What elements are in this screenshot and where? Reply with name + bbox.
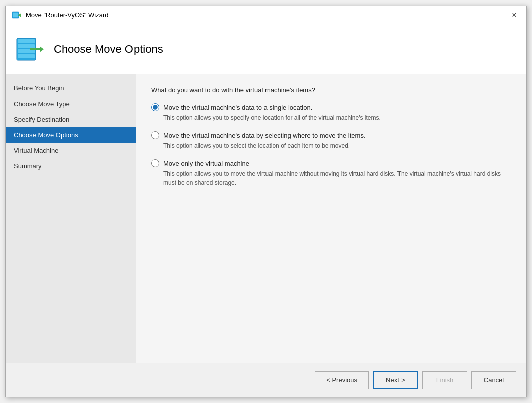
next-button[interactable]: Next >: [373, 371, 418, 389]
svg-rect-4: [18, 39, 35, 43]
radio-option-3: Move only the virtual machine This optio…: [151, 159, 511, 187]
title-vm-icon: [12, 10, 22, 20]
radio-option-2: Move the virtual machine's data by selec…: [151, 131, 511, 150]
radio-row-2: Move the virtual machine's data by selec…: [151, 131, 511, 139]
radio-option-3-label[interactable]: Move only the virtual machine: [163, 160, 249, 167]
content-area: Before You Begin Choose Move Type Specif…: [6, 74, 526, 363]
sidebar-item-specify-destination[interactable]: Specify Destination: [6, 112, 136, 127]
close-button[interactable]: ×: [508, 9, 520, 21]
radio-row-1: Move the virtual machine's data to a sin…: [151, 103, 511, 111]
sidebar-item-choose-move-options[interactable]: Choose Move Options: [6, 127, 136, 143]
sidebar-item-before-you-begin[interactable]: Before You Begin: [6, 80, 136, 96]
main-content: What do you want to do with the virtual …: [136, 74, 526, 363]
cancel-button[interactable]: Cancel: [471, 371, 516, 389]
sidebar-item-virtual-machine[interactable]: Virtual Machine: [6, 143, 136, 158]
dialog-window: Move "Router-VyOS" Wizard × Choose Move …: [5, 6, 527, 397]
header-vm-icon: [16, 34, 46, 64]
svg-rect-5: [18, 44, 35, 48]
sidebar-item-summary[interactable]: Summary: [6, 158, 136, 174]
radio-option-1-desc: This option allows you to specify one lo…: [163, 113, 511, 122]
radio-option-1-input[interactable]: [151, 103, 159, 111]
radio-option-3-desc: This option allows you to move the virtu…: [163, 169, 511, 187]
finish-button[interactable]: Finish: [422, 371, 467, 389]
radio-option-2-input[interactable]: [151, 131, 159, 139]
radio-option-1: Move the virtual machine's data to a sin…: [151, 103, 511, 122]
window-title: Move "Router-VyOS" Wizard: [26, 11, 109, 19]
header-area: Choose Move Options: [6, 24, 526, 74]
question-text: What do you want to do with the virtual …: [151, 86, 511, 94]
page-title: Choose Move Options: [54, 43, 163, 56]
radio-option-2-desc: This option allows you to select the loc…: [163, 141, 511, 150]
previous-button[interactable]: < Previous: [315, 371, 369, 389]
sidebar-item-choose-move-type[interactable]: Choose Move Type: [6, 96, 136, 112]
svg-rect-7: [18, 54, 35, 58]
radio-option-3-input[interactable]: [151, 159, 159, 167]
sidebar: Before You Begin Choose Move Type Specif…: [6, 74, 136, 363]
radio-row-3: Move only the virtual machine: [151, 159, 511, 167]
radio-option-1-label[interactable]: Move the virtual machine's data to a sin…: [163, 104, 312, 111]
title-bar-left: Move "Router-VyOS" Wizard: [12, 10, 109, 20]
footer: < Previous Next > Finish Cancel: [6, 363, 526, 397]
title-bar: Move "Router-VyOS" Wizard ×: [6, 6, 526, 24]
svg-rect-1: [13, 13, 18, 17]
radio-option-2-label[interactable]: Move the virtual machine's data by selec…: [163, 132, 366, 139]
